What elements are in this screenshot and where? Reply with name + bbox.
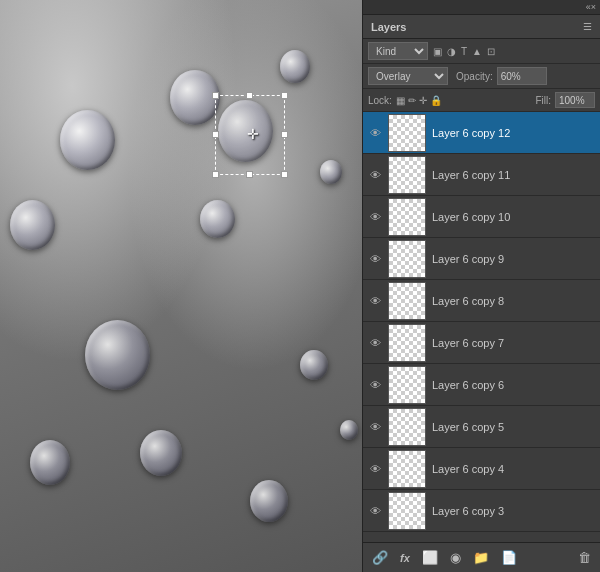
- type-filter-button[interactable]: T: [460, 45, 468, 58]
- layer-name: Layer 6 copy 3: [430, 505, 597, 517]
- layer-thumbnail: [388, 240, 426, 278]
- adjustment-filter-button[interactable]: ◑: [446, 45, 457, 58]
- selection-handle-mr[interactable]: [281, 131, 288, 138]
- droplet: [300, 350, 328, 380]
- layer-visibility-toggle[interactable]: 👁: [366, 253, 384, 265]
- canvas-background: ✛: [0, 0, 362, 572]
- panel-title: Layers: [371, 21, 406, 33]
- add-mask-button[interactable]: ⬜: [419, 548, 441, 567]
- lock-transparent-button[interactable]: ▦: [396, 95, 405, 106]
- delete-layer-button[interactable]: 🗑: [575, 548, 594, 567]
- layer-row[interactable]: 👁Layer 6 copy 4: [363, 448, 600, 490]
- lock-icons: ▦ ✏ ✛ 🔒: [396, 95, 442, 106]
- selection-handle-bl[interactable]: [212, 171, 219, 178]
- thumbnail-checker: [389, 451, 425, 487]
- panel-collapse-bar: « ×: [363, 0, 600, 15]
- thumbnail-checker: [389, 241, 425, 277]
- droplet: [140, 430, 182, 476]
- panel-header: Layers ☰: [363, 15, 600, 39]
- cursor-crosshair: ✛: [247, 126, 259, 142]
- thumbnail-checker: [389, 199, 425, 235]
- layer-row[interactable]: 👁Layer 6 copy 12: [363, 112, 600, 154]
- layer-thumbnail: [388, 366, 426, 404]
- layer-row[interactable]: 👁Layer 6 copy 3: [363, 490, 600, 532]
- layer-visibility-toggle[interactable]: 👁: [366, 295, 384, 307]
- droplet: [200, 200, 235, 238]
- layer-thumbnail: [388, 408, 426, 446]
- fill-input[interactable]: [555, 92, 595, 108]
- droplet: [250, 480, 288, 522]
- panel-menu-icon[interactable]: ☰: [583, 21, 592, 32]
- layer-visibility-toggle[interactable]: 👁: [366, 127, 384, 139]
- thumbnail-checker: [389, 493, 425, 529]
- layer-row[interactable]: 👁Layer 6 copy 5: [363, 406, 600, 448]
- layer-visibility-toggle[interactable]: 👁: [366, 211, 384, 223]
- layer-visibility-toggle[interactable]: 👁: [366, 421, 384, 433]
- shape-filter-button[interactable]: ▲: [471, 45, 483, 58]
- lock-all-button[interactable]: 🔒: [430, 95, 442, 106]
- layer-name: Layer 6 copy 4: [430, 463, 597, 475]
- pixel-filter-button[interactable]: ▣: [432, 45, 443, 58]
- selection-handle-ml[interactable]: [212, 131, 219, 138]
- thumbnail-checker: [389, 367, 425, 403]
- layer-name: Layer 6 copy 11: [430, 169, 597, 181]
- new-layer-button[interactable]: 📄: [498, 548, 520, 567]
- layer-thumbnail: [388, 114, 426, 152]
- opacity-label: Opacity:: [456, 71, 493, 82]
- selection-handle-tc[interactable]: [246, 92, 253, 99]
- selection-handle-tr[interactable]: [281, 92, 288, 99]
- new-adjustment-button[interactable]: ◉: [447, 548, 464, 567]
- layer-name: Layer 6 copy 6: [430, 379, 597, 391]
- blend-mode-select[interactable]: Normal Overlay Multiply Screen: [368, 67, 448, 85]
- lock-label: Lock:: [368, 95, 392, 106]
- layer-visibility-toggle[interactable]: 👁: [366, 379, 384, 391]
- thumbnail-checker: [389, 115, 425, 151]
- selection-handle-tl[interactable]: [212, 92, 219, 99]
- new-group-button[interactable]: 📁: [470, 548, 492, 567]
- layer-visibility-toggle[interactable]: 👁: [366, 505, 384, 517]
- layer-fx-button[interactable]: fx: [397, 550, 413, 566]
- smartobj-filter-button[interactable]: ⊡: [486, 45, 496, 58]
- layer-row[interactable]: 👁Layer 6 copy 11: [363, 154, 600, 196]
- selection-handle-bc[interactable]: [246, 171, 253, 178]
- layers-list[interactable]: 👁Layer 6 copy 12👁Layer 6 copy 11👁Layer 6…: [363, 112, 600, 542]
- droplet: [280, 50, 310, 83]
- blend-mode-row: Normal Overlay Multiply Screen Opacity:: [363, 64, 600, 89]
- lock-row: Lock: ▦ ✏ ✛ 🔒 Fill:: [363, 89, 600, 112]
- layer-row[interactable]: 👁Layer 6 copy 10: [363, 196, 600, 238]
- layer-name: Layer 6 copy 10: [430, 211, 597, 223]
- droplet: [10, 200, 55, 250]
- collapse-right-button[interactable]: ×: [591, 2, 596, 12]
- layer-row[interactable]: 👁Layer 6 copy 6: [363, 364, 600, 406]
- opacity-input[interactable]: [497, 67, 547, 85]
- droplet: [85, 320, 150, 390]
- thumbnail-checker: [389, 409, 425, 445]
- lock-position-button[interactable]: ✛: [419, 95, 427, 106]
- layer-name: Layer 6 copy 12: [430, 127, 597, 139]
- droplet: [320, 160, 342, 184]
- thumbnail-checker: [389, 157, 425, 193]
- thumbnail-checker: [389, 325, 425, 361]
- panel-footer: 🔗 fx ⬜ ◉ 📁 📄 🗑: [363, 542, 600, 572]
- lock-paint-button[interactable]: ✏: [408, 95, 416, 106]
- layer-row[interactable]: 👁Layer 6 copy 7: [363, 322, 600, 364]
- layer-name: Layer 6 copy 5: [430, 421, 597, 433]
- selection-handle-br[interactable]: [281, 171, 288, 178]
- layer-row[interactable]: 👁Layer 6 copy 8: [363, 280, 600, 322]
- droplet: [60, 110, 115, 170]
- link-layers-button[interactable]: 🔗: [369, 548, 391, 567]
- layer-name: Layer 6 copy 9: [430, 253, 597, 265]
- filter-icons: ▣ ◑ T ▲ ⊡: [432, 45, 496, 58]
- filter-row: Kind Name Effect Mode ▣ ◑ T ▲ ⊡: [363, 39, 600, 64]
- layer-thumbnail: [388, 450, 426, 488]
- layer-row[interactable]: 👁Layer 6 copy 9: [363, 238, 600, 280]
- layer-visibility-toggle[interactable]: 👁: [366, 337, 384, 349]
- droplet: [340, 420, 358, 440]
- layer-visibility-toggle[interactable]: 👁: [366, 169, 384, 181]
- layer-thumbnail: [388, 282, 426, 320]
- kind-filter-select[interactable]: Kind Name Effect Mode: [368, 42, 428, 60]
- canvas-area: ✛: [0, 0, 362, 572]
- thumbnail-checker: [389, 283, 425, 319]
- fill-label: Fill:: [535, 95, 551, 106]
- layer-visibility-toggle[interactable]: 👁: [366, 463, 384, 475]
